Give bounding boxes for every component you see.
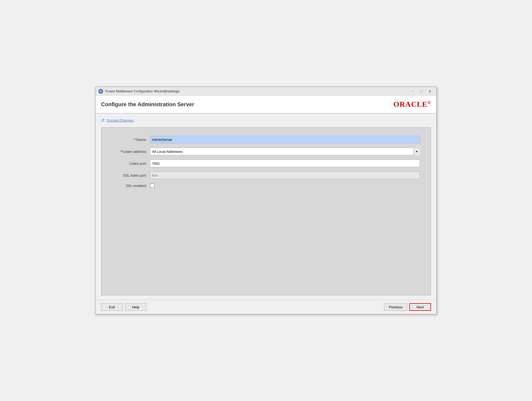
close-button[interactable]: ✕ xyxy=(426,89,434,94)
form-panel: *Name: *Listen address: All Local Addres… xyxy=(101,127,431,295)
restore-button[interactable]: □ xyxy=(417,89,425,94)
window-controls: − □ ✕ xyxy=(409,89,434,94)
page-header: Configure the Administration Server ORAC… xyxy=(96,96,436,114)
oracle-logo: ORACLE® xyxy=(393,100,431,109)
ssl-enabled-label: SSL enabled: xyxy=(107,184,150,188)
listen-address-select[interactable]: All Local Addresses xyxy=(150,148,420,155)
window-title: Fusion Middleware Configuration Wizard@w… xyxy=(105,89,180,93)
titlebar-left: Fusion Middleware Configuration Wizard@w… xyxy=(98,89,180,94)
name-label: *Name: xyxy=(107,138,150,142)
main-window: Fusion Middleware Configuration Wizard@w… xyxy=(95,87,437,314)
listen-port-input[interactable] xyxy=(150,160,420,167)
footer-right-buttons: Previous Next xyxy=(384,303,431,311)
help-button[interactable]: Help xyxy=(125,303,147,311)
page-content: ↺ Discard Changes *Name: *Listen address… xyxy=(96,114,436,300)
listen-port-row: Listen port: xyxy=(107,160,420,167)
listen-address-label: *Listen address: xyxy=(107,150,150,154)
discard-changes-button[interactable]: Discard Changes xyxy=(107,118,134,122)
previous-button[interactable]: Previous xyxy=(384,303,407,311)
listen-address-row: *Listen address: All Local Addresses ▼ xyxy=(107,148,420,155)
discard-icon: ↺ xyxy=(101,118,105,123)
svg-point-1 xyxy=(100,90,102,92)
page-title: Configure the Administration Server xyxy=(101,101,194,108)
app-icon xyxy=(98,89,103,94)
ssl-listen-port-label: SSL listen port: xyxy=(107,173,150,177)
name-input[interactable] xyxy=(150,136,420,143)
toolbar: ↺ Discard Changes xyxy=(101,118,431,123)
footer: Exit Help Previous Next xyxy=(96,300,436,314)
footer-left-buttons: Exit Help xyxy=(101,303,147,311)
ssl-listen-port-row: SSL listen port: xyxy=(107,172,420,179)
ssl-enabled-checkbox[interactable] xyxy=(150,183,154,188)
minimize-button[interactable]: − xyxy=(409,89,416,94)
titlebar: Fusion Middleware Configuration Wizard@w… xyxy=(96,87,436,96)
listen-port-label: Listen port: xyxy=(107,161,150,166)
ssl-enabled-row: SSL enabled: xyxy=(107,183,420,188)
listen-address-select-wrapper: All Local Addresses ▼ xyxy=(150,148,420,155)
next-button[interactable]: Next xyxy=(409,303,431,311)
ssl-enabled-checkbox-wrapper xyxy=(150,183,154,188)
ssl-listen-port-input[interactable] xyxy=(150,172,420,179)
name-row: *Name: xyxy=(107,136,420,143)
exit-button[interactable]: Exit xyxy=(101,303,123,311)
